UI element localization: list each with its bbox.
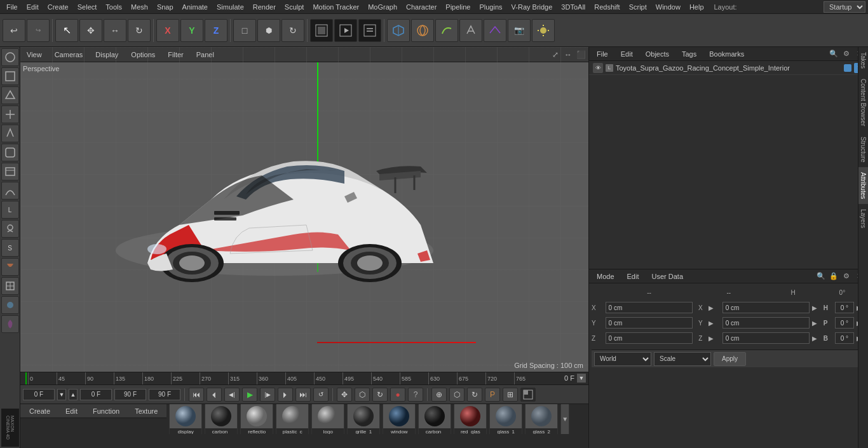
object-row-main[interactable]: 👁 L Toyota_Supra_Gazoo_Racing_Concept_Si… [589, 61, 868, 75]
sidebar-tool-1[interactable] [1, 48, 19, 66]
tab-content-browser[interactable]: Content Browser [858, 74, 868, 131]
select-tool-button[interactable]: ↖ [55, 19, 78, 42]
obj-menu-bookmarks[interactable]: Bookmarks [705, 49, 748, 59]
move-tool-button[interactable]: ✥ [79, 19, 102, 42]
mat-menu-create[interactable]: Create [25, 406, 54, 416]
menu-simulate[interactable]: Simulate [213, 2, 248, 12]
prev-frame-button[interactable]: ⏴ [207, 388, 222, 402]
attr-b-input[interactable] [835, 332, 854, 344]
menu-sculpt[interactable]: Sculpt [281, 2, 308, 12]
start-frame-input[interactable] [80, 389, 112, 400]
attr-z-size-input[interactable] [722, 332, 810, 344]
scale-select[interactable]: Scale [654, 352, 711, 366]
material-thumb-glass2[interactable]: glass_2 [525, 404, 558, 434]
loop-button[interactable]: ↺ [313, 388, 329, 402]
end-frame-input[interactable] [114, 389, 146, 400]
frame-step-up[interactable]: ▲ [69, 389, 78, 400]
tool3-button[interactable]: ↻ [281, 19, 304, 42]
sidebar-tool-3[interactable] [1, 86, 19, 104]
sidebar-tool-11[interactable]: S [1, 239, 19, 257]
sidebar-tool-12[interactable] [1, 258, 19, 276]
menu-file[interactable]: File [3, 2, 22, 12]
render-queue-button[interactable] [358, 19, 381, 42]
material-thumb-glass1[interactable]: glass_1 [489, 404, 522, 434]
menu-tools[interactable]: Tools [102, 2, 126, 12]
material-thumb-display[interactable]: display [169, 404, 202, 434]
mode-btn-p[interactable]: P [485, 388, 500, 402]
sidebar-tool-4[interactable] [1, 105, 19, 123]
material-thumb-redglass[interactable]: red_glas [454, 404, 487, 434]
scale-keyframe-button[interactable]: ⬡ [355, 388, 370, 402]
menu-window[interactable]: Window [652, 2, 684, 12]
attr-menu-userdata[interactable]: User Data [648, 271, 688, 282]
menu-mograph[interactable]: MoGraph [364, 2, 401, 12]
x-axis-button[interactable]: X [156, 19, 179, 42]
attr-y-size-input[interactable] [722, 317, 810, 329]
sidebar-tool-6[interactable] [1, 144, 19, 161]
end-frame2-input[interactable] [149, 389, 180, 400]
spline-button[interactable] [435, 19, 458, 42]
attr-h-input[interactable] [835, 302, 854, 313]
menu-animate[interactable]: Animate [179, 2, 212, 12]
menu-help[interactable]: Help [686, 2, 708, 12]
sidebar-tool-10[interactable] [1, 220, 19, 238]
apply-button[interactable]: Apply [714, 352, 746, 366]
tool2-button[interactable]: ⬢ [257, 19, 280, 42]
attr-x-pos-input[interactable] [606, 302, 693, 313]
menu-render[interactable]: Render [249, 2, 280, 12]
tab-layers[interactable]: Layers [858, 204, 868, 233]
object-mode-button[interactable]: □ [233, 19, 256, 42]
menu-motion-tracker[interactable]: Motion Tracker [309, 2, 363, 12]
go-to-start-button[interactable]: ⏮ [189, 388, 204, 402]
menu-pipeline[interactable]: Pipeline [442, 2, 474, 12]
rotate-tool-button[interactable]: ↻ [128, 19, 151, 42]
menu-plugins[interactable]: Plugins [475, 2, 506, 12]
menu-script[interactable]: Script [625, 2, 651, 12]
material-thumb-carbon[interactable]: carbon_ [205, 404, 238, 434]
mode-btn-2[interactable]: ⬡ [449, 388, 465, 402]
sidebar-tool-13[interactable] [1, 277, 19, 295]
next-keyframe-button[interactable]: |▶ [260, 388, 275, 402]
light-button[interactable] [532, 19, 555, 42]
mode-btn-grid[interactable]: ⊞ [503, 388, 518, 402]
menu-vray[interactable]: V-Ray Bridge [508, 2, 557, 12]
z-axis-button[interactable]: Z [205, 19, 227, 42]
help-button[interactable]: ? [408, 388, 423, 402]
attr-y-pos-input[interactable] [606, 317, 693, 329]
tab-attributes[interactable]: Attributes [858, 167, 868, 204]
sphere-button[interactable] [411, 19, 434, 42]
prev-keyframe-button[interactable]: ◀| [224, 388, 240, 402]
redo-button[interactable]: ↪ [27, 19, 50, 42]
sidebar-tool-14[interactable] [1, 296, 19, 314]
record-button[interactable]: ● [390, 388, 405, 402]
material-thumb-reflection[interactable]: reflectio [240, 404, 273, 434]
play-button[interactable]: ▶ [242, 388, 257, 402]
deformer-button[interactable] [459, 19, 482, 42]
go-to-end-button[interactable]: ⏭ [295, 388, 311, 402]
frame-step-down[interactable]: ▼ [57, 389, 66, 400]
menu-select[interactable]: Select [74, 2, 101, 12]
world-select[interactable]: World [594, 352, 651, 366]
attr-z-pos-input[interactable] [606, 332, 693, 344]
material-thumb-carbon2[interactable]: carbon_ [418, 404, 451, 434]
menu-mesh[interactable]: Mesh [127, 2, 152, 12]
sidebar-tool-2[interactable] [1, 67, 19, 85]
tab-structure[interactable]: Structure [858, 132, 868, 168]
next-frame-button[interactable]: ⏵ [278, 388, 293, 402]
scale-tool-button[interactable]: ↔ [104, 19, 126, 42]
attr-x-size-input[interactable] [722, 302, 810, 313]
material-thumb-logo[interactable]: logo [311, 404, 344, 434]
attr-p-input[interactable] [835, 317, 854, 329]
layout-select[interactable]: Startup [824, 1, 865, 13]
translate-keyframe-button[interactable]: ✥ [337, 388, 352, 402]
y-axis-button[interactable]: Y [180, 19, 203, 42]
mat-menu-function[interactable]: Function [89, 406, 123, 416]
render-region-button[interactable] [310, 19, 333, 42]
sidebar-tool-15[interactable] [1, 315, 19, 333]
material-thumb-window[interactable]: window [383, 404, 416, 434]
rotate-keyframe-button[interactable]: ↻ [372, 388, 388, 402]
obj-menu-objects[interactable]: Objects [642, 49, 673, 59]
material-thumb-grille[interactable]: grille_1 [347, 404, 380, 434]
menu-snap[interactable]: Snap [153, 2, 177, 12]
obj-menu-edit[interactable]: Edit [617, 49, 637, 59]
